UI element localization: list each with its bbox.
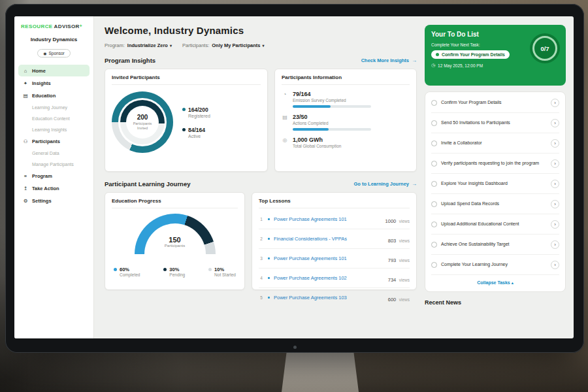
lesson-views-label: views — [399, 238, 410, 243]
todo-progress-count: 0/7 — [540, 45, 549, 52]
program-filter-label: Program: — [105, 42, 125, 48]
stat-progress-track — [293, 128, 371, 131]
card-title: Education Progress — [112, 198, 238, 208]
chevron-up-icon: ▴ — [512, 281, 514, 285]
task-row[interactable]: Explore Your Insights Dashboard › — [431, 174, 559, 194]
sidebar-item[interactable]: Learning Journey — [18, 102, 90, 112]
task-checkbox[interactable] — [431, 221, 437, 227]
task-chevron-button[interactable]: › — [551, 159, 559, 168]
task-checkbox[interactable] — [431, 262, 437, 268]
filter-bar: Program: Industrialize Zero ▾ Participan… — [105, 42, 417, 48]
monitor-bezel: RESOURCEADVISOR+ Industry Dynamics ◉ Spo… — [5, 4, 584, 353]
lessons-list: 1 Power Purchase Agreements 101 1000 vie… — [259, 208, 410, 307]
legend-value: 30% — [169, 267, 179, 272]
sidebar-item[interactable]: ⌂ Home — [18, 65, 90, 76]
nav-item-icon: ✦ — [22, 80, 29, 86]
link-label: Check More Insights — [361, 57, 409, 63]
collapse-tasks-link[interactable]: Collapse Tasks ▴ — [431, 275, 559, 290]
nav-item-label: Manage Participants — [32, 162, 74, 167]
lesson-link[interactable]: Power Purchase Agreements 101 — [274, 255, 384, 261]
lesson-bullet-icon — [268, 297, 270, 299]
task-row[interactable]: Send 50 Invitations to Participants › — [431, 113, 559, 133]
task-chevron-button[interactable]: › — [551, 139, 559, 148]
task-dot-icon — [436, 53, 439, 56]
lesson-row: 4 Power Purchase Agreements 102 734 view… — [259, 269, 410, 288]
legend-label: Not Started — [214, 272, 236, 277]
task-row[interactable]: Complete Your Learning Journey › — [431, 255, 559, 275]
task-chevron-button[interactable]: › — [551, 99, 559, 107]
nav-item-label: Education — [32, 93, 56, 99]
sidebar-item[interactable]: ⚇ Participants — [18, 135, 90, 147]
task-chevron-button[interactable]: › — [551, 220, 559, 229]
sidebar-item[interactable]: Manage Participants — [18, 159, 90, 169]
task-chevron-button[interactable]: › — [551, 261, 559, 269]
todo-progress-ring: 0/7 — [530, 33, 560, 63]
lesson-views-value: 1000 — [385, 218, 397, 224]
task-chevron-button[interactable]: › — [551, 240, 559, 249]
task-row[interactable]: Achieve One Sustainability Target › — [431, 235, 559, 255]
lesson-row: 5 Power Purchase Agreements 103 600 view… — [259, 288, 410, 307]
task-row[interactable]: Confirm Your Program Details › — [431, 93, 559, 113]
task-checkbox[interactable] — [431, 140, 437, 146]
chevron-down-icon: ▾ — [262, 43, 264, 48]
lesson-bullet-icon — [268, 238, 270, 240]
sidebar-item[interactable]: ✦ Insights — [18, 77, 90, 89]
sidebar-nav: ⌂ Home ✦ Insights ▤ Education — [14, 65, 93, 206]
invited-participants-card: Invited Participants 200 Participants In… — [105, 69, 268, 172]
lesson-link[interactable]: Power Purchase Agreements 103 — [274, 295, 384, 301]
task-row[interactable]: Upload Spend Data Records › — [431, 194, 559, 214]
logo-text-secondary: ADVISOR — [54, 24, 80, 29]
org-name: Industry Dynamics — [14, 37, 93, 42]
task-row[interactable]: Invite a Collaborator › — [431, 133, 559, 154]
program-select[interactable]: Industrialize Zero ▾ — [127, 42, 172, 48]
next-task-pill[interactable]: Confirm Your Program Details — [431, 50, 510, 59]
lesson-link[interactable]: Power Purchase Agreements 101 — [274, 216, 382, 222]
program-insights-header: Program Insights Check More Insights → — [105, 57, 417, 64]
task-checkbox[interactable] — [431, 181, 437, 187]
task-row[interactable]: Upload Additional Educational Content › — [431, 214, 559, 235]
logo-text-primary: RESOURCE — [21, 24, 53, 29]
sponsor-icon: ◉ — [43, 51, 46, 56]
sidebar-item[interactable]: Education Content — [18, 113, 90, 123]
nav-item-label: Participants — [32, 139, 60, 144]
sidebar-item[interactable]: General Data — [18, 148, 90, 158]
check-more-insights-link[interactable]: Check More Insights → — [361, 57, 417, 63]
task-checkbox[interactable] — [431, 161, 437, 167]
lesson-link[interactable]: Financial Considerations - VPPAs — [274, 236, 384, 242]
nav-item-label: Insights — [32, 80, 51, 86]
stat-value: 23/50 — [293, 114, 371, 120]
lesson-link[interactable]: Power Purchase Agreements 102 — [274, 275, 384, 281]
legend-line: 30% — [163, 267, 185, 272]
education-count: 150 — [112, 236, 238, 244]
sidebar-item[interactable]: ≡ Program — [18, 170, 90, 182]
sidebar: RESOURCEADVISOR+ Industry Dynamics ◉ Spo… — [14, 16, 94, 338]
task-chevron-button[interactable]: › — [551, 119, 559, 127]
legend-line: 60% — [114, 267, 140, 272]
legend-dot — [114, 268, 117, 271]
invited-count: 200 — [137, 114, 148, 121]
sidebar-item[interactable]: ⚙ Settings — [18, 195, 90, 206]
task-row[interactable]: Verify participants requesting to join t… — [431, 154, 559, 174]
legend-label: Completed — [120, 272, 140, 277]
task-checkbox[interactable] — [431, 120, 437, 126]
logo-plus: + — [80, 24, 82, 28]
task-checkbox[interactable] — [431, 242, 437, 248]
sidebar-item[interactable]: ▤ Education — [18, 90, 90, 101]
nav-item-label: Education Content — [32, 116, 70, 121]
monitor-stand — [282, 349, 359, 392]
sidebar-item[interactable]: Learning Insights — [18, 124, 90, 135]
participants-select[interactable]: Only My Participants ▾ — [212, 42, 264, 48]
legend-dot — [208, 268, 212, 271]
arrow-right-icon: → — [412, 57, 417, 63]
task-chevron-button[interactable]: › — [551, 200, 559, 208]
task-checkbox[interactable] — [431, 201, 437, 207]
task-checkbox[interactable] — [431, 100, 437, 106]
task-label: Send 50 Invitations to Participants — [441, 120, 547, 125]
sponsor-badge-wrap: ◉ Sponsor — [14, 46, 93, 57]
nav-item-icon: ↥ — [22, 186, 29, 191]
go-to-learning-journey-link[interactable]: Go to Learning Journey → — [353, 181, 417, 187]
legend-item: 164/200 Registered — [182, 106, 210, 118]
sidebar-item[interactable]: ↥ Take Action — [18, 182, 90, 194]
sponsor-badge[interactable]: ◉ Sponsor — [37, 49, 70, 57]
task-chevron-button[interactable]: › — [551, 180, 559, 188]
